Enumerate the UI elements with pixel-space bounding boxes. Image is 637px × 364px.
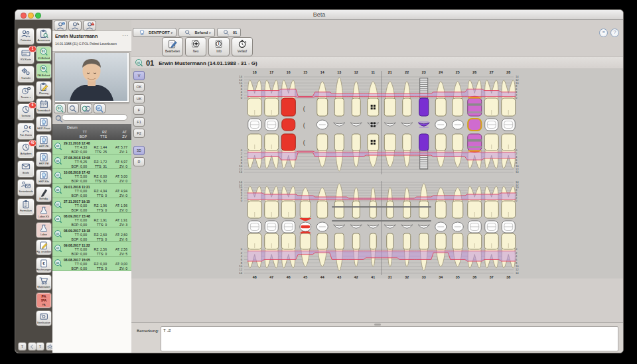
sidebar-item-patienten[interactable]: Patienten	[17, 28, 35, 45]
sidebar-item-pat-konto[interactable]: €Pat.-Konto	[17, 123, 35, 140]
visit-row[interactable]: 0127.08.2018 12:08TT: 5,25RZ: 1,72AT: 6,…	[52, 154, 131, 169]
sidebar-item-kv-karte[interactable]: KV-Karte1	[17, 47, 35, 64]
badge-swap-button[interactable]	[80, 103, 92, 113]
dental-chart-region: VOKUKFF1F23DR 00224466881010121214140022…	[131, 68, 623, 278]
tooth-icon	[138, 29, 146, 36]
view-button-f[interactable]: F	[133, 105, 145, 115]
svg-text:!PA: !PA	[41, 298, 47, 302]
svg-text:31: 31	[388, 275, 392, 279]
toolbar-bearbeiten-button[interactable]: Bearbeiten	[162, 37, 183, 56]
sidebar-item-01-befund[interactable]: 0101-Befund	[36, 46, 52, 62]
sidebar-item-terminbuch[interactable]: Terminbuch	[36, 98, 52, 114]
view-button-f1[interactable]: F1	[133, 117, 145, 127]
patient-alert-button[interactable]: !	[83, 21, 96, 30]
menu-button[interactable]: ≡	[599, 29, 608, 37]
sidebar-item-labor[interactable]: Labor	[36, 222, 52, 238]
sidebar-item-rechnungen[interactable]: €Rechnungen	[36, 257, 52, 273]
view-button-3d[interactable]: 3D	[133, 146, 145, 155]
clipboard-pencil-icon	[38, 82, 49, 91]
sidebar-item-rg-erstellen[interactable]: Rg. erstellen	[36, 239, 52, 255]
main-toolbar: BearbeitenNeuiInfoVerlauf	[162, 37, 253, 56]
help-button[interactable]: ?	[610, 29, 619, 37]
sidebar-item-hkp-ze[interactable]: HKP-ZE	[36, 134, 52, 150]
svg-text:12: 12	[354, 70, 358, 74]
visit-row[interactable]: 0109.08.2017 11:22TT: 0,00RZ: 2,56AT: 2,…	[52, 242, 131, 257]
remark-input[interactable]: T -#	[161, 326, 618, 351]
patient-menu-button[interactable]: ...	[122, 31, 129, 37]
sidebar-item-termine[interactable]: Termine6	[17, 103, 35, 121]
svg-text:26: 26	[472, 70, 476, 74]
visits-list: 0129.11.2018 12:48TT: 4,33RZ: 1,44AT: 5,…	[52, 140, 131, 353]
befund-01-badge-icon: 01	[54, 156, 62, 166]
visit-row[interactable]: 0108.09.2017 15:48TT: 0,00RZ: 1,91AT: 1,…	[52, 213, 131, 227]
svg-text:i: i	[63, 23, 64, 25]
view-button-uk[interactable]: UK	[133, 94, 145, 103]
sidebar-item-hkp-privat[interactable]: HKP-Privat	[36, 116, 52, 132]
toolbar-neu-button[interactable]: Neu	[185, 37, 206, 56]
sidebar-item-termin[interactable]: Termin +	[17, 85, 35, 102]
sidebar-footer-t[interactable]: T	[18, 342, 27, 351]
view-button-r[interactable]: R	[133, 157, 145, 166]
sidebar-item-hkp-kfo[interactable]: HKP-Kfo	[36, 169, 52, 185]
badge-01-button[interactable]: 01	[54, 103, 66, 113]
visit-row[interactable]: 0110.08.2018 17:42TT: 5,00RZ: 0,00AT: 5,…	[52, 169, 131, 184]
visit-rz: RZ: 1,72	[85, 160, 107, 164]
sidebar-footer-t[interactable]: T	[36, 342, 44, 351]
patient-phone-button[interactable]	[68, 21, 82, 30]
zoom-window-button[interactable]	[35, 13, 41, 19]
sidebar-item-serienbriefe[interactable]: Serienbriefe	[17, 179, 35, 196]
sidebar-item-pa[interactable]: PA!PAPA	[36, 292, 52, 308]
magnifier-button[interactable]	[67, 103, 79, 113]
visit-row[interactable]: 0129.01.2018 11:21TT: 0,00RZ: 4,94AT: 4,…	[52, 184, 131, 198]
visit-row[interactable]: 0108.09.2017 13:18TT: 0,00RZ: 2,60AT: 2,…	[52, 227, 131, 242]
tab-01[interactable]: 01	[217, 28, 241, 37]
visit-row[interactable]: 0129.11.2018 12:48TT: 4,33RZ: 1,44AT: 5,…	[52, 140, 131, 154]
tab-befund[interactable]: Befund▸	[178, 28, 214, 37]
befund-buttons: 0101	[54, 103, 106, 113]
befund-number: 01	[146, 59, 154, 67]
view-button-f2[interactable]: F2	[133, 129, 145, 138]
svg-text:01: 01	[56, 217, 60, 221]
sidebar-item-behdlg[interactable]: Behdlg.	[36, 186, 52, 202]
sidebar-item-materialien[interactable]: Materialien	[36, 274, 52, 290]
visit-tt: TT: 5,25	[64, 160, 87, 164]
col-header-tts: TTS	[87, 135, 107, 139]
sidebar-item-sterilisation[interactable]: Sterilisation	[36, 310, 52, 326]
sidebar-item-transfer[interactable]: Transfer	[17, 66, 35, 83]
magnifier-icon	[68, 104, 78, 113]
view-button-ok[interactable]: OK	[133, 82, 145, 91]
visit-at: AT: 5,00	[106, 174, 127, 178]
visit-tt: TT: 4,33	[64, 145, 87, 149]
svg-text:01: 01	[98, 106, 101, 109]
badge-search-icon: 01	[94, 104, 105, 113]
toolbar-verlauf-button[interactable]: Verlauf	[232, 37, 253, 56]
gears-icon	[21, 67, 31, 76]
splitter-handle[interactable]	[374, 324, 381, 326]
svg-text:€: €	[29, 125, 31, 129]
svg-text:i: i	[218, 41, 220, 46]
sidebar-item-briefe[interactable]: Briefe	[17, 160, 35, 178]
sidebar-item-aufgaben[interactable]: Aufgaben40	[17, 141, 35, 158]
chevron-right-icon: ▸	[171, 30, 173, 34]
visit-tt: TT: 0,00	[64, 233, 87, 237]
sidebar-item-pa-befund[interactable]: PAPA-Befund	[36, 63, 52, 79]
search-input[interactable]	[62, 114, 127, 121]
sidebar-item-anamnese[interactable]: Anamnese	[36, 28, 52, 44]
visit-zv: ZV: 6	[106, 237, 127, 241]
minimize-window-button[interactable]	[28, 13, 34, 19]
visit-datetime: 27.08.2018 12:08	[64, 156, 90, 160]
sidebar-item-hkp-pa[interactable]: HKP-PA	[36, 151, 52, 167]
badge-search-button[interactable]: 01	[94, 103, 106, 113]
close-window-button[interactable]	[21, 13, 27, 19]
sidebar-item-labor-kv[interactable]: Labor-KV	[36, 204, 52, 220]
toolbar-info-button[interactable]: iInfo	[208, 37, 230, 56]
view-button-v[interactable]: V	[133, 71, 145, 80]
sidebar-item-formulare[interactable]: Formulare	[17, 198, 35, 215]
visit-row[interactable]: 0108.08.2017 15:05TT: 0,00RZ: 0,00AT: 0,…	[52, 257, 131, 271]
dental-chart[interactable]: 0022446688101012121414002244668810101212…	[145, 68, 556, 278]
patient-info-button[interactable]: i	[54, 21, 67, 30]
visit-tt: TT: 0,00	[64, 204, 87, 208]
visit-row[interactable]: 0127.11.2017 19:15TT: 0,00RZ: 1,96AT: 1,…	[52, 198, 131, 213]
sidebar-item-planung[interactable]: Planung	[36, 81, 52, 97]
tab-dentport[interactable]: DENTPORT▸	[133, 28, 177, 37]
